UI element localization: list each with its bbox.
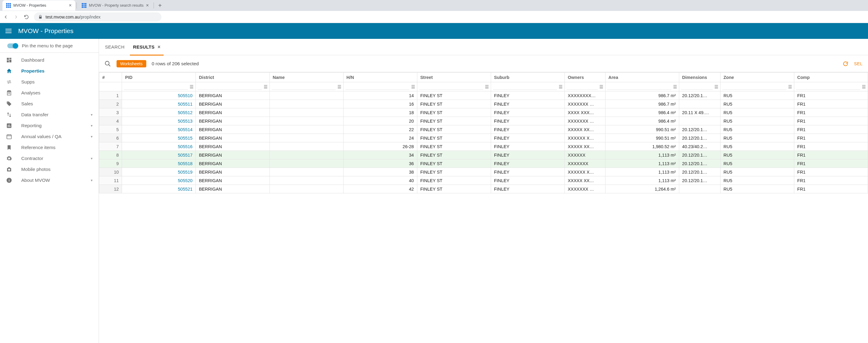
filter-icon[interactable]: ☰	[788, 84, 792, 89]
cell-owners: XXXXX XX…	[564, 143, 605, 151]
table-row[interactable]: 5505514BERRIGAN22FINLEY STFINLEYXXXXX XX…	[99, 125, 868, 134]
table-row[interactable]: 9505518BERRIGAN36FINLEY STFINLEYXXXXXXX1…	[99, 159, 868, 168]
cell-pid[interactable]: 505512	[122, 108, 196, 117]
filter-icon[interactable]: ☰	[264, 84, 268, 89]
column-header[interactable]: District	[196, 72, 270, 82]
close-icon[interactable]: ×	[146, 3, 149, 8]
cell-comp: FR1	[794, 108, 868, 117]
table-row[interactable]: 12505521BERRIGAN42FINLEY STFINLEYXXXXXXX…	[99, 185, 868, 193]
sidebar-item-mobile-photos[interactable]: Mobile photos	[0, 164, 99, 175]
cell-pid[interactable]: 505517	[122, 151, 196, 159]
column-header[interactable]: Zone	[720, 72, 794, 82]
sidebar-item-reporting[interactable]: Reporting▾	[0, 120, 99, 131]
table-row[interactable]: 11505520BERRIGAN40FINLEY STFINLEYXXXXX X…	[99, 176, 868, 185]
table-row[interactable]: 8505517BERRIGAN34FINLEY STFINLEYXXXXXX1,…	[99, 151, 868, 159]
select-button[interactable]: SEL	[854, 61, 863, 66]
column-filter-input[interactable]	[681, 84, 713, 90]
column-filter-input[interactable]	[197, 84, 261, 90]
cell-pid[interactable]: 505513	[122, 117, 196, 125]
column-header[interactable]: Area	[605, 72, 679, 82]
cell-pid[interactable]: 505519	[122, 168, 196, 176]
cell-pid[interactable]: 505520	[122, 176, 196, 185]
column-header[interactable]: Name	[270, 72, 343, 82]
menu-toggle-icon[interactable]	[5, 28, 11, 34]
cell-pid[interactable]: 505514	[122, 125, 196, 134]
column-header[interactable]: Suburb	[491, 72, 564, 82]
column-header[interactable]: Owners	[564, 72, 605, 82]
tab-search[interactable]: SEARCH	[105, 39, 124, 55]
column-header[interactable]: PID	[122, 72, 196, 82]
column-header[interactable]: Comp	[794, 72, 868, 82]
tab-results[interactable]: RESULTS×	[133, 39, 160, 55]
cell-pid[interactable]: 505510	[122, 91, 196, 100]
column-filter-input[interactable]	[493, 84, 557, 90]
column-filter-input[interactable]	[722, 84, 786, 90]
filter-icon[interactable]: ☰	[411, 84, 415, 89]
url-box[interactable]: test.mvow.com.au/prop/index	[34, 12, 161, 22]
cell-district: BERRIGAN	[196, 143, 270, 151]
refresh-icon[interactable]	[842, 61, 848, 67]
table-row[interactable]: 1505510BERRIGAN14FINLEY STFINLEYXXXXXXXX…	[99, 91, 868, 100]
table-row[interactable]: 10505519BERRIGAN38FINLEY STFINLEYXXXXXX …	[99, 168, 868, 176]
browser-tab[interactable]: MVOW - Property search results×	[78, 0, 152, 11]
sidebar-item-analyses[interactable]: Analyses	[0, 87, 99, 98]
search-icon[interactable]	[104, 60, 111, 67]
cell-suburb: FINLEY	[491, 168, 564, 176]
cell-pid[interactable]: 505511	[122, 100, 196, 108]
new-tab-icon[interactable]: +	[155, 2, 165, 9]
filter-icon[interactable]: ☰	[485, 84, 489, 89]
column-header[interactable]: Street	[417, 72, 491, 82]
browser-tab[interactable]: MVOW - Properties×	[2, 0, 75, 11]
sidebar-item-contractor[interactable]: Contractor▾	[0, 153, 99, 164]
cell-pid[interactable]: 505515	[122, 134, 196, 143]
column-header[interactable]: H/N	[343, 72, 417, 82]
table-row[interactable]: 2505511BERRIGAN16FINLEY STFINLEYXXXXXXX …	[99, 100, 868, 108]
sidebar-item-label: Supps	[21, 79, 93, 85]
column-filter-input[interactable]	[567, 84, 597, 90]
sidebar-item-annual-values-qa[interactable]: Annual values / QA▾	[0, 131, 99, 142]
sidebar-item-about-mvow[interactable]: About MVOW▾	[0, 175, 99, 186]
pin-menu-toggle[interactable]	[7, 43, 18, 48]
column-filter-input[interactable]	[607, 84, 671, 90]
cell-street: FINLEY ST	[417, 185, 491, 193]
filter-icon[interactable]: ☰	[338, 84, 341, 89]
svg-rect-3	[7, 60, 9, 63]
cell-owners: XXXXXXX …	[564, 185, 605, 193]
sidebar-item-supps[interactable]: Supps	[0, 76, 99, 87]
filter-icon[interactable]: ☰	[559, 84, 563, 89]
sidebar-item-dashboard[interactable]: Dashboard	[0, 55, 99, 66]
worksheets-button[interactable]: Worksheets	[117, 60, 146, 67]
nav-reload-icon[interactable]	[24, 14, 30, 20]
table-row[interactable]: 6505515BERRIGAN24FINLEY STFINLEYXXXXXX X…	[99, 134, 868, 143]
filter-icon[interactable]: ☰	[714, 84, 718, 89]
cell-hn: 18	[343, 108, 417, 117]
filter-icon[interactable]: ☰	[862, 84, 866, 89]
sidebar-item-properties[interactable]: Properties	[0, 66, 99, 76]
table-row[interactable]: 7505516BERRIGAN26-28FINLEY STFINLEYXXXXX…	[99, 143, 868, 151]
column-header[interactable]: Dimensions	[679, 72, 720, 82]
column-filter-input[interactable]	[345, 84, 409, 90]
table-row[interactable]: 3505512BERRIGAN18FINLEY STFINLEYXXXX XXX…	[99, 108, 868, 117]
column-filter-input[interactable]	[796, 84, 860, 90]
filter-icon[interactable]: ☰	[673, 84, 677, 89]
close-icon[interactable]: ×	[69, 3, 72, 8]
filter-icon[interactable]: ☰	[599, 84, 603, 89]
cell-district: BERRIGAN	[196, 176, 270, 185]
filter-icon[interactable]: ☰	[190, 84, 194, 89]
close-icon[interactable]: ×	[157, 44, 160, 50]
cell-street: FINLEY ST	[417, 108, 491, 117]
column-filter-input[interactable]	[124, 84, 188, 90]
column-filter-input[interactable]	[272, 84, 336, 90]
cell-pid[interactable]: 505516	[122, 143, 196, 151]
sidebar-item-sales[interactable]: Sales	[0, 98, 99, 109]
table-row[interactable]: 4505513BERRIGAN20FINLEY STFINLEYXXXXXXX …	[99, 117, 868, 125]
sidebar-item-label: About MVOW	[21, 178, 82, 183]
column-filter-input[interactable]	[419, 84, 483, 90]
cell-pid[interactable]: 505521	[122, 185, 196, 193]
svg-rect-0	[7, 58, 9, 60]
cell-pid[interactable]: 505518	[122, 159, 196, 168]
sidebar-item-reference-items[interactable]: Reference items	[0, 142, 99, 153]
sidebar-item-data-transfer[interactable]: Data transfer▾	[0, 109, 99, 120]
nav-back-icon[interactable]	[3, 14, 9, 20]
column-header[interactable]: #	[99, 72, 122, 82]
